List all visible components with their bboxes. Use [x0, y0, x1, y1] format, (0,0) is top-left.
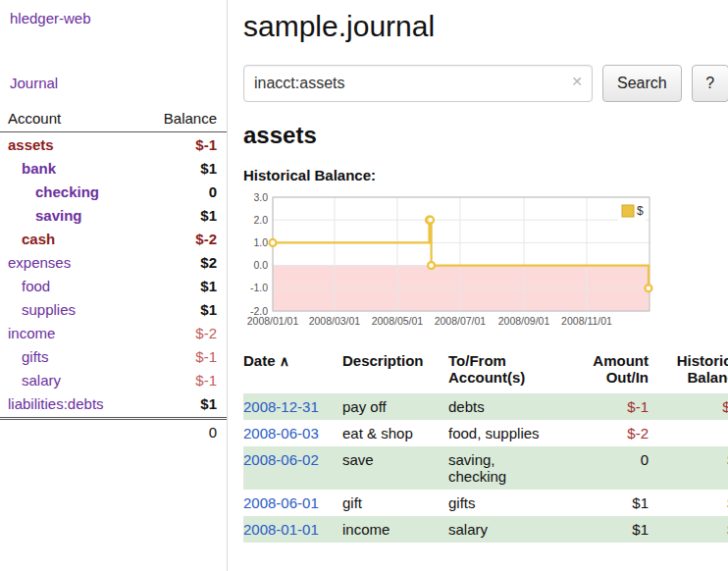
transaction-description: income — [342, 516, 448, 543]
account-row: bank $1 — [0, 156, 227, 180]
transaction-balance: $2 — [650, 490, 728, 516]
sidebar-item-journal[interactable]: Journal — [10, 75, 227, 91]
account-link[interactable]: checking — [35, 183, 99, 200]
svg-text:2.0: 2.0 — [253, 214, 268, 226]
account-link[interactable]: bank — [22, 160, 56, 177]
register-table: Date ∧ Description To/From Account(s) Am… — [243, 348, 728, 543]
account-balance: $1 — [200, 395, 217, 412]
account-balance: $-1 — [195, 136, 217, 153]
account-link[interactable]: saving — [35, 207, 82, 224]
transaction-description: pay off — [342, 393, 448, 420]
accounts-table-header: Account Balance — [0, 107, 227, 132]
date-link[interactable]: 2008-01-01 — [243, 521, 319, 538]
account-balance: $-1 — [195, 372, 217, 389]
account-row: supplies $1 — [0, 297, 227, 321]
column-header-description: Description — [342, 348, 448, 393]
page-title: sample.journal — [243, 10, 728, 43]
date-link[interactable]: 2008-12-31 — [243, 398, 319, 415]
svg-text:-1.0: -1.0 — [250, 282, 268, 293]
register-header-row: Date ∧ Description To/From Account(s) Am… — [243, 348, 728, 393]
transaction-accounts: debts — [448, 393, 564, 420]
account-balance: $1 — [200, 278, 217, 294]
clear-search-icon[interactable]: ✕ — [571, 75, 583, 88]
account-link[interactable]: expenses — [8, 254, 71, 271]
account-link[interactable]: liabilities:debts — [8, 395, 104, 412]
register-row: 2008-06-03 eat & shop food, supplies $-2… — [243, 420, 728, 446]
account-link[interactable]: salary — [22, 372, 61, 389]
register-body: 2008-12-31 pay off debts $-1 $-1 2008-06… — [243, 393, 728, 543]
accounts-total-value: 0 — [209, 424, 217, 441]
account-balance: $1 — [200, 160, 217, 177]
transaction-description: gift — [342, 490, 448, 516]
transaction-balance: $1 — [650, 516, 728, 543]
account-balance: 0 — [209, 183, 217, 200]
svg-text:0.0: 0.0 — [253, 259, 268, 271]
account-balance: $1 — [200, 301, 217, 318]
account-row: liabilities:debts $1 — [0, 391, 227, 415]
account-link[interactable]: assets — [8, 136, 54, 153]
svg-text:1.0: 1.0 — [253, 236, 268, 248]
account-link[interactable]: supplies — [22, 301, 76, 318]
accounts-header-account: Account — [8, 110, 61, 127]
account-row: cash $-2 — [0, 227, 227, 250]
account-link[interactable]: income — [8, 325, 55, 341]
account-balance: $2 — [200, 254, 217, 271]
transaction-accounts: gifts — [448, 490, 564, 516]
transaction-accounts: salary — [448, 516, 564, 543]
transaction-description: eat & shop — [342, 420, 448, 446]
register-row: 2008-12-31 pay off debts $-1 $-1 — [243, 393, 728, 420]
main-content: sample.journal ✕ Search ? assets Histori… — [228, 0, 728, 571]
svg-text:2008/01/01: 2008/01/01 — [247, 315, 299, 327]
date-header-label: Date — [243, 352, 276, 369]
transaction-balance: $-1 — [650, 393, 728, 420]
svg-text:$: $ — [637, 204, 644, 218]
svg-text:2008/11/01: 2008/11/01 — [561, 315, 612, 327]
transaction-amount: $-1 — [564, 393, 650, 420]
column-header-date[interactable]: Date ∧ — [243, 348, 342, 393]
account-row: income $-2 — [0, 321, 227, 344]
sort-ascending-icon: ∧ — [280, 353, 289, 369]
accounts-list: assets $-1 bank $1 checking 0 saving $1 — [0, 132, 227, 415]
transaction-description: save — [342, 446, 448, 490]
search-box: ✕ — [243, 65, 593, 102]
register-row: 2008-06-01 gift gifts $1 $2 — [243, 490, 728, 516]
sidebar: hledger-web Journal Account Balance asse… — [0, 0, 228, 571]
search-input[interactable] — [243, 65, 593, 102]
account-heading: assets — [243, 122, 728, 149]
svg-text:2008/07/01: 2008/07/01 — [435, 315, 487, 327]
app-title-link[interactable]: hledger-web — [10, 10, 91, 26]
account-row: saving $1 — [0, 203, 227, 227]
help-button[interactable]: ? — [692, 65, 728, 102]
svg-text:2008/05/01: 2008/05/01 — [372, 315, 424, 327]
column-header-balance: Historical Balance — [650, 348, 728, 393]
accounts-table: Account Balance assets $-1 bank $1 check… — [0, 107, 227, 444]
register-row: 2008-06-02 save saving, checking 0 $2 — [243, 446, 728, 490]
account-row: food $1 — [0, 274, 227, 297]
transaction-amount: $1 — [564, 490, 650, 516]
account-row: assets $-1 — [0, 132, 227, 156]
transaction-accounts: food, supplies — [448, 420, 564, 446]
date-link[interactable]: 2008-06-02 — [243, 451, 319, 468]
search-button[interactable]: Search — [602, 65, 682, 102]
account-balance: $-1 — [195, 348, 217, 365]
account-balance: $-2 — [195, 231, 217, 247]
account-link[interactable]: cash — [22, 231, 55, 247]
search-bar: ✕ Search ? — [243, 65, 728, 102]
accounts-total-row: 0 — [0, 417, 227, 444]
historical-balance-chart[interactable]: 3.02.01.00.0-1.0-2.02008/01/012008/03/01… — [243, 191, 655, 331]
account-link[interactable]: food — [22, 278, 50, 294]
date-link[interactable]: 2008-06-03 — [243, 425, 319, 441]
transaction-amount: $1 — [564, 516, 650, 543]
accounts-header-balance: Balance — [164, 110, 217, 127]
account-balance: $1 — [200, 207, 217, 224]
account-row: checking 0 — [0, 180, 227, 203]
account-link[interactable]: gifts — [22, 348, 49, 365]
account-row: gifts $-1 — [0, 344, 227, 368]
transaction-amount: 0 — [564, 446, 650, 490]
date-link[interactable]: 2008-06-01 — [243, 494, 319, 511]
transaction-amount: $-2 — [564, 420, 650, 446]
column-header-accounts: To/From Account(s) — [448, 348, 564, 393]
chart-heading: Historical Balance: — [243, 167, 728, 183]
transaction-balance: $2 — [650, 446, 728, 490]
transaction-balance: 0 — [650, 420, 728, 446]
